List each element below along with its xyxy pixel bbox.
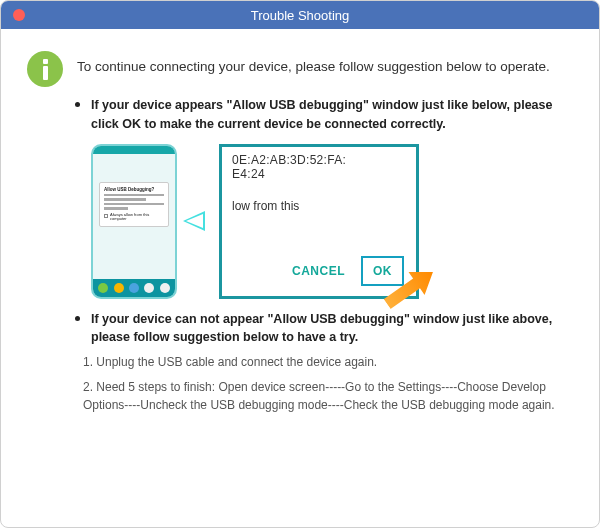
suggestion-2: If your device can not appear "Allow USB…: [91, 309, 573, 415]
close-icon[interactable]: [13, 9, 25, 21]
intro-text: To continue connecting your device, plea…: [77, 59, 550, 74]
suggestion-2-title: If your device can not appear "Allow USB…: [91, 310, 573, 348]
phone-dialog-checkbox-label: Always allow from this computer: [110, 213, 164, 223]
step-2: 2. Need 5 steps to finish: Open device s…: [83, 378, 573, 415]
usb-debug-illustration: Allow USB Debugging? Always allow from t…: [91, 144, 573, 299]
intro-row: To continue connecting your device, plea…: [27, 51, 573, 87]
callout-arrow-icon: [183, 211, 205, 231]
phone-dialog-checkbox: [104, 214, 108, 218]
info-icon: [27, 51, 63, 87]
suggestion-1: If your device appears "Allow USB debugg…: [91, 95, 573, 299]
dialog-buttons: CANCEL OK: [292, 256, 404, 286]
rsa-fingerprint-line2: E4:24: [232, 167, 406, 181]
suggestion-list: If your device appears "Allow USB debugg…: [27, 95, 573, 415]
step-1: 1. Unplug the USB cable and connect the …: [83, 353, 573, 372]
phone-dialog: Allow USB Debugging? Always allow from t…: [99, 182, 169, 228]
troubleshooting-window: Trouble Shooting To continue connecting …: [0, 0, 600, 528]
phone-statusbar: [93, 146, 175, 154]
cancel-button[interactable]: CANCEL: [292, 264, 345, 278]
content-area: To continue connecting your device, plea…: [1, 29, 599, 435]
phone-mockup: Allow USB Debugging? Always allow from t…: [91, 144, 177, 299]
titlebar: Trouble Shooting: [1, 1, 599, 29]
rsa-fingerprint-line1: 0E:A2:AB:3D:52:FA:: [232, 153, 406, 167]
window-title: Trouble Shooting: [1, 8, 599, 23]
phone-dialog-title: Allow USB Debugging?: [104, 187, 164, 192]
usb-dialog-zoom: 0E:A2:AB:3D:52:FA: E4:24 low from this C…: [219, 144, 419, 299]
suggestion-1-title: If your device appears "Allow USB debugg…: [91, 96, 573, 134]
dialog-fragment-text: low from this: [232, 199, 406, 213]
phone-navbar: [93, 279, 175, 297]
